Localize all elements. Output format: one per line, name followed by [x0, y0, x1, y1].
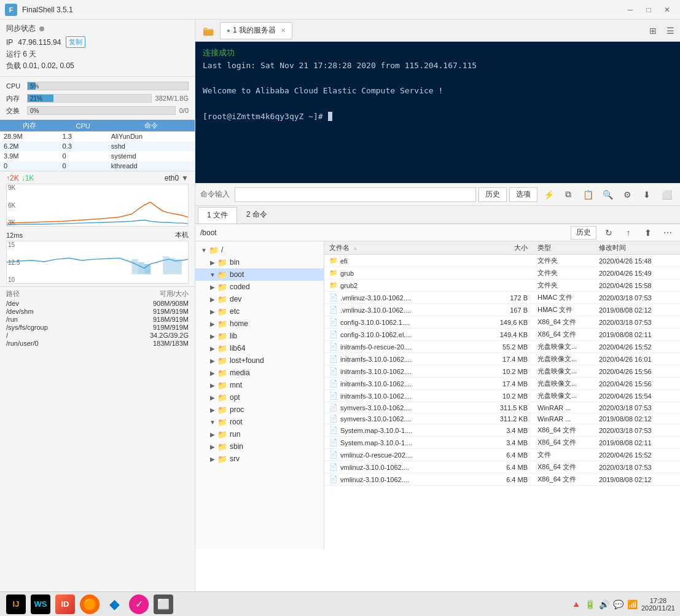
file-row[interactable]: 📄 vmlinuz-3.10.0-1062.... 6.4 MB X86_64 …: [324, 474, 680, 486]
download-icon[interactable]: ⬇: [638, 186, 655, 203]
file-row[interactable]: 📄 initramfs-3.10.0-1062.... 17.4 MB 光盘映像…: [324, 353, 680, 365]
tree-item[interactable]: ▶📁mnt: [195, 379, 324, 391]
tab-home-button[interactable]: [198, 22, 219, 39]
disk-row[interactable]: /sys/fs/cgroup919M/919M: [6, 324, 189, 331]
tree-item[interactable]: ▶📁sbin: [195, 440, 324, 453]
disk-row[interactable]: /34.2G/39.2G: [6, 332, 189, 339]
taskbar-network-icon: 🔺: [571, 599, 581, 609]
file-date: 2020/04/26 15:52: [594, 451, 680, 459]
taskbar-app-6[interactable]: ⬜: [152, 595, 174, 614]
disk-row[interactable]: /run/user/0183M/183M: [6, 340, 189, 347]
upload-icon[interactable]: ⬆: [641, 225, 655, 240]
server-tab[interactable]: ● 1 我的服务器 ✕: [220, 22, 292, 39]
process-col-cpu[interactable]: CPU: [59, 120, 107, 131]
process-col-cmd[interactable]: 命令: [107, 120, 195, 131]
paste-icon[interactable]: 📋: [579, 186, 596, 203]
process-row[interactable]: 3.9M0systemd: [0, 151, 195, 161]
tree-item[interactable]: ▼📁/: [195, 244, 324, 256]
file-date: 2020/04/26 15:56: [594, 368, 680, 375]
file-row[interactable]: 📄 config-3.10.0-1062.1.... 149.6 KB X86_…: [324, 316, 680, 329]
tree-item[interactable]: ▶📁srv: [195, 453, 324, 465]
process-row[interactable]: 00kthreadd: [0, 161, 195, 171]
up-dir-icon[interactable]: ↑: [621, 225, 636, 240]
taskbar-app-5[interactable]: ✓: [128, 595, 150, 614]
tree-item[interactable]: ▼📁boot: [195, 268, 324, 281]
cmd-input[interactable]: [235, 187, 476, 202]
col-date[interactable]: 修改时间: [594, 243, 680, 252]
grid-view-button[interactable]: ⊞: [646, 23, 660, 38]
file-row[interactable]: 📄 System.map-3.10.0-1.... 3.4 MB X86_64 …: [324, 437, 680, 449]
taskbar-app-3[interactable]: 🟠: [79, 595, 101, 614]
file-row[interactable]: 📄 initramfs-3.10.0-1062.... 10.2 MB 光盘映像…: [324, 390, 680, 402]
taskbar-app-vscode[interactable]: ◆: [103, 595, 125, 614]
tree-item[interactable]: ▶📁media: [195, 367, 324, 379]
menu-button[interactable]: ☰: [663, 23, 678, 38]
file-row[interactable]: 📄 initramfs-0-rescue-20.... 55.2 MB 光盘映像…: [324, 341, 680, 353]
file-row[interactable]: 📁 grub2 文件夹 2020/04/26 15:58: [324, 279, 680, 292]
app-icon: F: [5, 4, 17, 16]
tree-item[interactable]: ▼📁root: [195, 416, 324, 428]
options-button[interactable]: 选项: [509, 187, 537, 202]
tree-item[interactable]: ▶📁coded: [195, 281, 324, 293]
tree-item[interactable]: ▶📁home: [195, 318, 324, 330]
refresh-icon[interactable]: ↻: [601, 225, 616, 240]
settings-icon[interactable]: ⚙: [619, 186, 636, 203]
file-row[interactable]: 📄 .vmlinuz-3.10.0-1062.... 172 B HMAC 文件…: [324, 292, 680, 304]
tree-item[interactable]: ▶📁lib64: [195, 342, 324, 354]
path-history-button[interactable]: 历史: [571, 226, 596, 240]
disk-row[interactable]: /dev/shm919M/919M: [6, 308, 189, 315]
disk-row[interactable]: /dev908M/908M: [6, 300, 189, 307]
tree-item[interactable]: ▶📁dev: [195, 293, 324, 305]
maximize-button[interactable]: □: [641, 4, 657, 16]
tab-commands[interactable]: 2 命令: [237, 206, 276, 223]
tree-item[interactable]: ▶📁etc: [195, 305, 324, 318]
search-icon[interactable]: 🔍: [599, 186, 616, 203]
taskbar-app-idea[interactable]: ID: [54, 595, 76, 614]
file-icon: 📄: [329, 294, 338, 302]
tree-item[interactable]: ▶📁lib: [195, 330, 324, 342]
file-row[interactable]: 📁 grub 文件夹 2020/04/26 15:49: [324, 267, 680, 279]
tree-expand-icon: ▶: [209, 259, 216, 266]
expand-icon[interactable]: ⬜: [658, 186, 675, 203]
disk-row[interactable]: /run918M/919M: [6, 316, 189, 323]
terminal-line-1: 连接成功: [203, 47, 673, 60]
tree-item[interactable]: ▶📁opt: [195, 391, 324, 404]
file-row[interactable]: 📁 efi 文件夹 2020/04/26 15:48: [324, 255, 680, 267]
more-icon[interactable]: ⋯: [660, 225, 675, 240]
process-row[interactable]: 28.9M1.3AliYunDun: [0, 131, 195, 141]
file-row[interactable]: 📄 System.map-3.10.0-1.... 3.4 MB X86_64 …: [324, 424, 680, 437]
lightning-icon[interactable]: ⚡: [540, 186, 557, 203]
file-row[interactable]: 📄 config-3.10.0-1062.el.... 149.4 KB X86…: [324, 329, 680, 341]
col-filename[interactable]: 文件名 ▲: [324, 243, 471, 252]
process-cmd: kthreadd: [107, 161, 195, 171]
copy-icon[interactable]: ⧉: [560, 186, 577, 203]
tree-item[interactable]: ▶📁bin: [195, 256, 324, 268]
file-row[interactable]: 📄 vmlinuz-3.10.0-1062.... 6.4 MB X86_64 …: [324, 461, 680, 474]
minimize-button[interactable]: ─: [622, 4, 638, 16]
tree-item[interactable]: ▶📁proc: [195, 404, 324, 416]
file-row[interactable]: 📄 initramfs-3.10.0-1062.... 17.4 MB 光盘映像…: [324, 378, 680, 390]
terminal[interactable]: 连接成功 Last login: Sat Nov 21 17:28:28 202…: [195, 42, 680, 183]
tab-files[interactable]: 1 文件: [198, 207, 237, 224]
col-size[interactable]: 大小: [471, 243, 533, 252]
copy-button[interactable]: 复制: [66, 36, 85, 48]
file-icon: 📄: [329, 451, 338, 459]
file-row[interactable]: 📄 symvers-3.10.0-1062.... 311.2 KB WinRA…: [324, 413, 680, 424]
history-button[interactable]: 历史: [479, 187, 507, 202]
file-row[interactable]: 📄 vmlinuz-0-rescue-202.... 6.4 MB 文件 202…: [324, 449, 680, 461]
tab-close-button[interactable]: ✕: [281, 27, 286, 34]
file-row[interactable]: 📄 .vmlinuz-3.10.0-1062.... 167 B HMAC 文件…: [324, 304, 680, 316]
file-row[interactable]: 📄 symvers-3.10.0-1062.... 311.5 KB WinRA…: [324, 402, 680, 413]
tree-item[interactable]: ▶📁run: [195, 428, 324, 440]
taskbar-app-ij[interactable]: IJ: [5, 595, 27, 614]
tree-expand-icon: ▼: [200, 246, 208, 254]
process-col-mem[interactable]: 内存: [0, 120, 59, 131]
taskbar-app-ws[interactable]: WS: [29, 595, 52, 614]
tree-label: boot: [230, 270, 244, 279]
path-bar: /boot 历史 ↻ ↑ ⬆ ⋯: [195, 224, 680, 241]
file-row[interactable]: 📄 initramfs-3.10.0-1062.... 10.2 MB 光盘映像…: [324, 365, 680, 378]
process-row[interactable]: 6.2M0.3sshd: [0, 141, 195, 151]
col-type[interactable]: 类型: [533, 243, 594, 252]
close-button[interactable]: ✕: [659, 4, 675, 16]
tree-item[interactable]: ▶📁lost+found: [195, 354, 324, 367]
